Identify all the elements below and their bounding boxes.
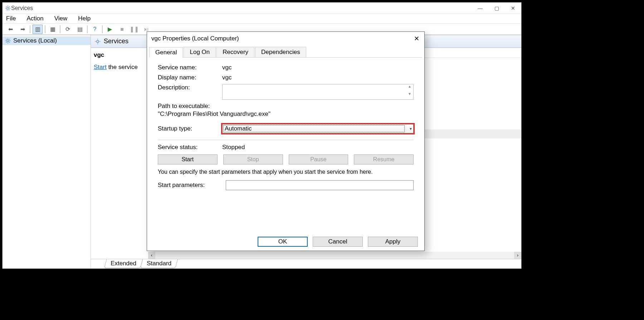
export-button[interactable]: ▤ [75,25,85,34]
label-start-parameters: Start parameters: [158,182,226,189]
forward-button[interactable]: ➡ [18,25,28,34]
menu-view[interactable]: View [54,15,68,22]
horizontal-scrollbar[interactable]: ‹ › [148,252,521,259]
tab-recovery[interactable]: Recovery [216,47,254,57]
selected-service-name: vgc [94,51,145,59]
separator [30,25,30,33]
tab-dependencies[interactable]: Dependencies [255,47,306,57]
start-button[interactable]: Start [158,154,218,164]
startup-type-value: Automatic [225,125,252,132]
gear-icon [94,38,101,45]
back-button[interactable]: ⬅ [5,25,15,34]
dialog-titlebar: vgc Properties (Local Computer) ✕ [147,32,424,45]
value-service-name: vgc [222,64,414,71]
window-title: Services [11,5,33,11]
pause-service-toolbar[interactable]: ❚❚ [129,25,139,34]
label-display-name: Display name: [158,74,222,81]
separator [102,25,103,33]
window-titlebar: Services — ▢ ✕ [3,3,521,14]
dialog-tabs: General Log On Recovery Dependencies [149,47,422,58]
properties-toolbar-button[interactable]: ▦ [48,25,58,34]
ok-button[interactable]: OK [258,237,308,247]
tree-item-label: Services (Local) [13,37,57,44]
dialog-close-button[interactable]: ✕ [409,32,424,45]
bottom-tabs: Extended Standard [91,259,521,268]
detail-header-title: Services [104,38,128,45]
gear-icon [5,5,11,11]
label-description: Description: [158,84,222,91]
description-textbox[interactable]: ▲▼ [222,84,414,100]
dialog-title: vgc Properties (Local Computer) [151,35,239,42]
service-description-pane: vgc Start the service [91,48,148,259]
apply-button[interactable]: Apply [368,237,418,247]
label-startup-type: Startup type: [158,125,222,132]
tab-general[interactable]: General [149,47,183,58]
dialog-footer: OK Cancel Apply [147,233,424,251]
close-button[interactable]: ✕ [505,3,521,14]
start-parameters-input[interactable] [226,180,414,190]
spin-down-icon[interactable]: ▼ [406,92,413,99]
start-service-text: the service [107,64,138,70]
dialog-body: Service name: vgc Display name: vgc Desc… [147,58,424,195]
resume-button: Resume [354,154,414,164]
separator [60,25,60,33]
scroll-left-icon[interactable]: ‹ [148,252,155,259]
separator [45,25,45,33]
value-service-status: Stopped [222,144,414,151]
tab-standard[interactable]: Standard [140,259,178,268]
scroll-right-icon[interactable]: › [514,252,521,259]
stop-service-toolbar[interactable]: ■ [117,25,127,34]
scroll-track[interactable] [155,253,514,258]
tab-extended[interactable]: Extended [104,259,143,268]
pause-button: Pause [289,154,348,164]
start-service-link[interactable]: Start [94,64,107,70]
start-params-note: You can specify the start parameters tha… [158,169,414,175]
label-service-status: Service status: [158,144,222,151]
refresh-button[interactable]: ⟳ [63,25,73,34]
maximize-button[interactable]: ▢ [488,3,505,14]
svg-point-1 [7,40,9,42]
chevron-down-icon: ▾ [410,126,412,131]
tab-log-on[interactable]: Log On [184,47,216,57]
console-tree: Services (Local) [3,35,91,268]
start-service-toolbar[interactable]: ▶ [105,25,115,34]
tree-item-services-local[interactable]: Services (Local) [3,36,91,45]
minimize-button[interactable]: — [472,3,488,14]
value-display-name: vgc [222,74,414,81]
gear-icon [5,38,11,44]
show-hide-tree-button[interactable]: ▥ [33,25,43,34]
menu-action[interactable]: Action [26,15,43,22]
spin-up-icon[interactable]: ▲ [406,84,413,92]
label-path: Path to executable: [158,103,414,110]
svg-point-2 [97,40,99,43]
value-path: "C:\Program Files\Riot Vanguard\vgc.exe" [158,110,414,118]
separator [87,25,88,33]
properties-dialog: vgc Properties (Local Computer) ✕ Genera… [147,31,425,251]
label-service-name: Service name: [158,64,222,71]
menu-file[interactable]: File [6,15,16,22]
startup-type-dropdown[interactable]: Automatic ▾ [222,124,414,133]
menu-help[interactable]: Help [78,15,91,22]
cancel-button[interactable]: Cancel [313,237,363,247]
svg-point-0 [7,7,9,9]
help-toolbar-button[interactable]: ? [90,25,100,34]
stop-button: Stop [223,154,283,164]
menubar: File Action View Help [3,14,521,24]
